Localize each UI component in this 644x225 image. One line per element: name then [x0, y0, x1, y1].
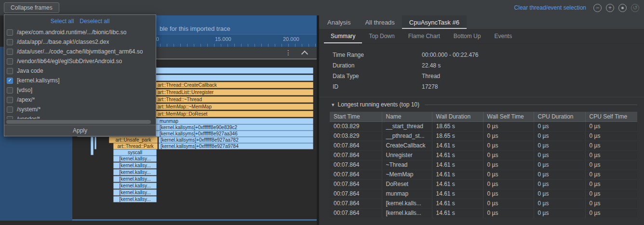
horizontal-scrollbar[interactable] [4, 119, 156, 125]
table-row[interactable]: 00:07.864~Thread14.61 s0 µs0 µs0 µs [330, 160, 637, 170]
table-cell: 14.61 s [432, 180, 483, 189]
table-cell: 00:03.829 [330, 132, 382, 141]
checkbox-icon[interactable] [7, 39, 13, 45]
subtab-flame-chart[interactable]: Flame Chart [402, 29, 447, 43]
table-cell: 0 µs [483, 170, 534, 180]
column-header[interactable]: Name [382, 112, 432, 122]
table-cell: 0 µs [483, 180, 534, 189]
table-cell: 0 µs [534, 189, 585, 199]
frame-filter-item[interactable]: /vendor/* [4, 114, 156, 119]
checkbox-icon[interactable] [7, 106, 13, 113]
frame-filter-item[interactable]: /data/app/.../base.apk!/classes2.dex [4, 37, 156, 47]
zoom-to-selection-icon[interactable]: ↺ [631, 4, 639, 12]
checkbox-icon[interactable] [7, 87, 13, 93]
table-row[interactable]: 00:07.864munmap14.61 s0 µs0 µs0 µs [330, 189, 637, 199]
summary-value: 17278 [422, 83, 438, 90]
subtab-top-down[interactable]: Top Down [362, 29, 401, 43]
frame-filter-item[interactable]: /data/user/.../code_cache/libjvmtiagent_… [4, 47, 156, 56]
scrollbar-thumb[interactable] [6, 120, 151, 124]
table-cell: 0 µs [483, 209, 534, 218]
collapse-chevron-icon[interactable] [301, 51, 308, 57]
reset-zoom-icon[interactable] [618, 4, 627, 12]
flame-frame[interactable]: [kernel.kallsyms]+0xffffff8e927a9784 [159, 143, 313, 149]
frame-filter-item[interactable]: [vdso] [4, 85, 156, 95]
flame-frame[interactable]: [kernel.kallsyms]+0xffffff8e927aa782 [159, 137, 313, 143]
frame-filter-item[interactable]: /apex/* [4, 95, 156, 105]
zoom-in-icon[interactable]: + [606, 4, 614, 12]
table-cell: 00:07.864 [330, 189, 382, 199]
events-table[interactable]: Start TimeNameWall DurationWall Self Tim… [330, 112, 637, 218]
frame-filter-item[interactable]: /vendor/lib64/egl/eglSubDriverAndroid.so [4, 56, 156, 66]
tab-analysis[interactable]: Analysis [320, 15, 358, 29]
frame-filter-item[interactable]: /apex/com.android.runtime/.../bionic/lib… [4, 27, 156, 37]
column-header[interactable]: CPU Duration [534, 112, 585, 122]
flame-frame[interactable]: syscall [113, 149, 157, 156]
checkbox-icon[interactable] [7, 29, 13, 36]
frame-filter-item[interactable]: /system/* [4, 105, 156, 114]
frame-filter-item[interactable]: Java code [4, 66, 156, 76]
table-cell: 14.61 s [432, 151, 483, 160]
table-cell: 0 µs [585, 151, 637, 160]
section-collapse-icon[interactable]: ▾ [332, 102, 335, 108]
summary-value: 00:00.000 - 00:22.476 [422, 52, 478, 58]
table-row[interactable]: 00:07.864[kernel.kalls...14.61 s0 µs0 µs… [330, 199, 637, 209]
frame-filter-item-label: /vendor/lib64/egl/eglSubDriverAndroid.so [17, 58, 122, 65]
frame-filter-item-label: [kernel.kallsyms] [17, 77, 60, 84]
flame-frame[interactable]: [kernel.kallsy... [113, 156, 157, 162]
apply-button[interactable]: Apply [4, 125, 156, 136]
flame-frame[interactable]: art::Thread::Park [113, 143, 158, 149]
flame-frame[interactable]: [kernel.kallsy... [113, 189, 157, 196]
flame-frame[interactable]: [kernel.kallsy... [113, 162, 157, 169]
frame-filter-item[interactable]: ✓[kernel.kallsyms] [4, 76, 156, 85]
table-row[interactable]: 00:07.864Unregister14.61 s0 µs0 µs0 µs [330, 151, 637, 160]
column-header[interactable]: Wall Self Time [483, 112, 534, 122]
column-header[interactable]: Start Time [330, 112, 382, 122]
flame-frame[interactable]: [kernel.kallsy... [113, 169, 157, 175]
subtab-events[interactable]: Events [487, 29, 519, 43]
checkbox-checked-icon[interactable]: ✓ [7, 78, 13, 84]
table-row[interactable]: 00:07.864CreateCallback14.61 s0 µs0 µs0 … [330, 141, 637, 151]
frame-filter-item-label: /vendor/* [17, 116, 40, 119]
table-cell: 14.61 s [432, 189, 483, 199]
table-row[interactable]: 00:07.864DoReset14.61 s0 µs0 µs0 µs [330, 180, 637, 189]
checkbox-icon[interactable] [7, 97, 13, 103]
events-section-header: ▾ Longest running events (top 10) [332, 101, 637, 108]
tab-cpuasynctask-6[interactable]: CpuAsyncTask #6 [402, 15, 467, 29]
checkbox-icon[interactable] [7, 49, 13, 55]
table-row[interactable]: 00:03.829__start_thread18.65 s0 µs0 µs0 … [330, 122, 637, 132]
flame-frame-label: syscall [128, 150, 142, 155]
checkbox-icon[interactable] [7, 58, 13, 65]
table-cell: 14.61 s [432, 170, 483, 180]
tab-all-threads[interactable]: All threads [358, 15, 402, 29]
flame-frame[interactable]: [kernel.kallsy... [113, 196, 157, 202]
reset-zoom-dot [621, 7, 624, 9]
flame-frame[interactable] [91, 137, 94, 155]
zoom-out-icon[interactable]: − [593, 4, 602, 12]
deselect-all-link[interactable]: Deselect all [80, 18, 109, 25]
checkbox-icon[interactable] [7, 68, 13, 74]
frame-filter-list: /apex/com.android.runtime/.../bionic/lib… [4, 27, 156, 119]
column-header[interactable]: Wall Duration [432, 112, 483, 122]
flame-frame[interactable]: art::Unsafe_park [109, 137, 158, 143]
flame-frame[interactable]: [kernel.kallsy... [113, 183, 157, 189]
collapse-frames-button[interactable]: Collapse frames [4, 2, 59, 13]
table-row[interactable]: 00:07.864[kernel.kalls...14.61 s0 µs0 µs… [330, 209, 637, 218]
select-all-link[interactable]: Select all [51, 18, 74, 25]
flame-frame-label: [kernel.kallsy... [119, 170, 150, 175]
table-row[interactable]: 00:07.864~MemMap14.61 s0 µs0 µs0 µs [330, 170, 637, 180]
frame-filter-item-label: [vdso] [17, 87, 32, 93]
column-header[interactable]: CPU Self Time [585, 112, 637, 122]
frame-filter-item-label: /apex/com.android.runtime/.../bionic/lib… [17, 29, 126, 36]
flame-frame[interactable]: [kernel.kallsy... [113, 176, 157, 182]
selection-range-bar[interactable] [72, 219, 317, 221]
clear-selection-link[interactable]: Clear thread/event selection [514, 4, 586, 11]
more-options-icon[interactable]: ⋮ [285, 49, 292, 56]
flame-frame-label: [kernel.kallsy... [119, 183, 150, 188]
subtab-bottom-up[interactable]: Bottom Up [447, 29, 488, 43]
table-cell: 18.65 s [432, 132, 483, 141]
subtab-summary[interactable]: Summary [324, 29, 362, 43]
table-row[interactable]: 00:03.829__pthread_st...18.65 s0 µs0 µs0… [330, 132, 637, 141]
table-cell: 0 µs [483, 189, 534, 199]
flame-frame[interactable] [94, 137, 96, 149]
table-cell: 0 µs [534, 199, 585, 209]
